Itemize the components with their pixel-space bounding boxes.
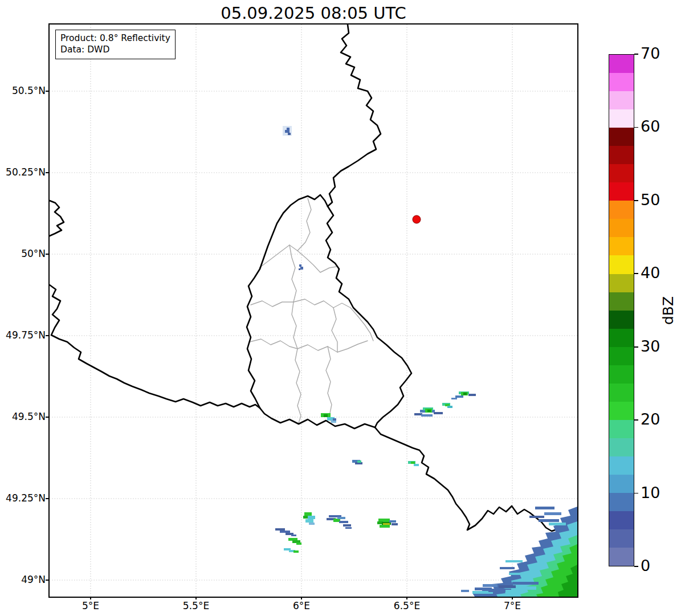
radar-echo-cell: [304, 512, 312, 516]
radar-echo-cell: [280, 531, 290, 533]
canton-border: [295, 349, 301, 423]
radar-echo-cell: [287, 128, 290, 130]
corner-echo-streak: [529, 516, 544, 518]
y-tick-mark: [46, 335, 48, 336]
corner-echo-streak: [544, 512, 561, 515]
colorbar-segment: [609, 347, 634, 365]
country-border-luxembourg-south: [260, 408, 375, 429]
radar-echo-cell: [343, 524, 351, 527]
canton-border: [297, 198, 311, 251]
y-tick-mark: [46, 580, 48, 580]
canton-border: [259, 245, 336, 272]
colorbar-segment: [609, 493, 634, 511]
colorbar-tick-label: 0: [641, 557, 650, 574]
colorbar-tick-label: 70: [641, 44, 660, 62]
radar-echo-cell: [303, 516, 308, 519]
colorbar-segment: [609, 456, 634, 475]
colorbar-tick-mark: [634, 54, 638, 55]
canton-border: [250, 339, 368, 352]
colorbar-segment: [609, 73, 634, 91]
corner-echo-streak: [461, 590, 469, 592]
lat-lon-gridlines: [50, 25, 577, 597]
product-info-box: Product: 0.8° Reflectivity Data: DWD: [55, 30, 176, 59]
y-tick-label: 50°N: [0, 248, 46, 259]
country-border-givet-salient: [50, 201, 64, 236]
y-tick-mark: [46, 417, 48, 417]
radar-echo-cell: [324, 414, 328, 417]
country-border-france-germany: [375, 427, 577, 540]
radar-echo-cell: [345, 527, 352, 529]
colorbar-segment: [609, 365, 634, 384]
colorbar-segment: [609, 402, 634, 420]
data-source-line: Data: DWD: [60, 44, 170, 55]
x-tick-mark: [512, 597, 512, 599]
colorbar-segment: [609, 292, 634, 311]
radar-echo-cell: [300, 267, 303, 270]
y-tick-label: 49.5°N: [0, 411, 46, 422]
radar-echo-cell: [296, 542, 301, 545]
radar-echo-cell: [414, 413, 422, 415]
colorbar-segment: [609, 91, 634, 109]
canton-border: [290, 245, 296, 302]
colorbar-segment: [609, 475, 634, 493]
y-tick-mark: [46, 498, 48, 499]
colorbar-segment: [609, 128, 634, 146]
colorbar-tick-label: 30: [641, 337, 660, 355]
colorbar-tick-mark: [634, 127, 638, 128]
colorbar-segment: [609, 420, 634, 438]
colorbar-tick-label: 50: [641, 191, 660, 209]
radar-echo-cell: [339, 521, 348, 523]
colorbar-tick-label: 10: [641, 484, 660, 501]
canton-border: [332, 308, 337, 352]
colorbar-segment: [609, 146, 634, 164]
product-info-line: Product: 0.8° Reflectivity: [60, 32, 170, 44]
radar-echo-cell: [305, 519, 313, 523]
corner-echo-streak: [549, 523, 566, 525]
colorbar-tick-mark: [634, 346, 638, 348]
colorbar-segment: [609, 237, 634, 255]
radar-echo-cell: [434, 412, 443, 414]
corner-echo-streak: [483, 584, 498, 587]
colorbar-tick-label: 60: [641, 118, 660, 136]
radar-echo-cell: [357, 460, 361, 463]
y-tick-mark: [46, 91, 48, 91]
radar-echo-cell: [392, 523, 398, 525]
radar-echo-cell: [383, 523, 390, 525]
colorbar-segment: [609, 255, 634, 274]
colorbar-segment: [609, 511, 634, 529]
colorbar-tick-mark: [634, 493, 638, 494]
y-tick-mark: [46, 254, 48, 254]
corner-echo-streak: [535, 507, 554, 509]
colorbar-tick-label: 40: [641, 264, 660, 282]
precipitation-area-southeast: [461, 507, 577, 597]
colorbar-tick-mark: [634, 419, 638, 421]
radar-echo-cell: [299, 268, 300, 270]
radar-echo-cell: [293, 550, 299, 553]
map-plot-area: [48, 23, 578, 598]
corner-echo-streak: [505, 590, 525, 593]
radar-echo-cell: [288, 133, 291, 135]
canton-border: [326, 346, 332, 423]
radar-echo-cell: [275, 528, 285, 531]
x-tick-label: 5.5°E: [183, 600, 209, 611]
x-tick-mark: [301, 597, 301, 599]
x-tick-label: 6.5°E: [394, 600, 420, 611]
y-tick-label: 50.25°N: [0, 166, 46, 178]
country-border-luxembourg-east: [326, 206, 411, 427]
y-tick-label: 49.25°N: [0, 492, 46, 504]
country-border-france-belgium: [50, 285, 260, 408]
country-border-luxembourg-west: [247, 195, 328, 408]
radar-figure: 05.09.2025 08:05 UTC: [0, 0, 685, 616]
colorbar-segment: [609, 182, 634, 201]
colorbar-segment: [609, 548, 634, 566]
radar-echo-cell: [455, 395, 463, 398]
colorbar-segment: [609, 201, 634, 219]
colorbar-unit-label: dBZ: [660, 296, 676, 325]
y-tick-label: 50.5°N: [0, 85, 46, 96]
x-tick-label: 6°E: [293, 600, 310, 611]
colorbar-segment: [609, 109, 634, 128]
radar-echo-cell: [421, 414, 433, 417]
corner-echo-streak: [509, 573, 523, 575]
corner-echo-streak: [505, 560, 523, 562]
radar-echo-cell: [380, 525, 390, 528]
